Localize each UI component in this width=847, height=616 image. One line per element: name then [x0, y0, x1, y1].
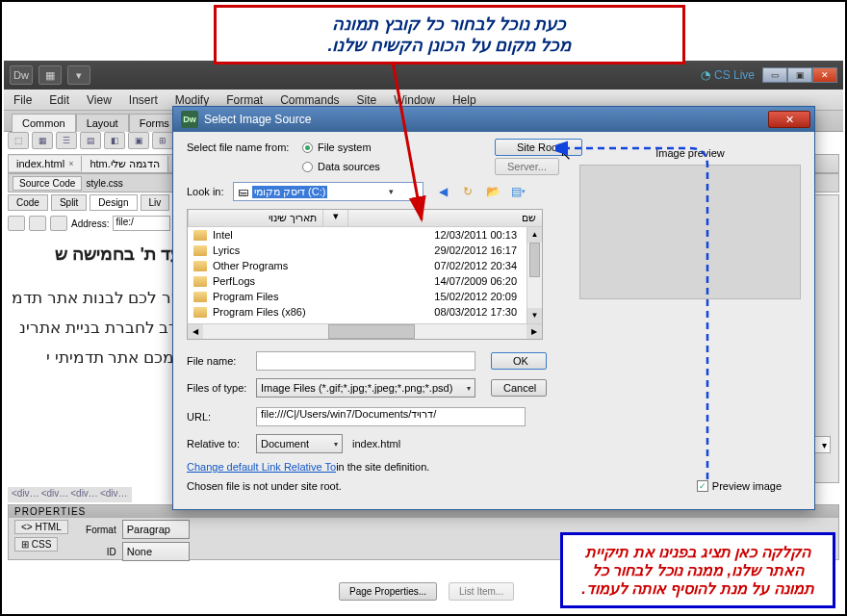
list-item-button: List Item... [449, 582, 514, 601]
insert-icon[interactable]: ⬚ [8, 132, 29, 149]
change-link[interactable]: Change default Link Relative To [187, 461, 336, 473]
forward-icon[interactable] [29, 216, 46, 231]
source-code-button[interactable]: Source Code [13, 176, 82, 191]
horizontal-scrollbar[interactable]: ◀▶ [188, 323, 542, 339]
change-link-tail: in the site definition. [336, 461, 429, 473]
svg-line-0 [393, 62, 422, 219]
file-row: Program Files (x86)08/03/2012 17:30 [188, 304, 542, 320]
menu-commands[interactable]: Commands [280, 93, 339, 107]
relative-file: index.html [352, 438, 400, 449]
look-in-value: (:C) דיסק מקומי [252, 186, 327, 198]
file-row: PerfLogs14/07/2009 06:20 [188, 273, 542, 289]
layout-icon[interactable]: ▦ [38, 65, 62, 85]
url-input[interactable]: file:///C|/Users/win7/Documents/דרויד/ [256, 407, 526, 426]
dw-icon: Dw [181, 111, 198, 128]
file-system-radio[interactable] [302, 142, 313, 153]
view-code-button[interactable]: Code [8, 194, 48, 211]
look-in-label: Look in: [187, 186, 233, 197]
id-label: ID [78, 547, 116, 557]
relative-to-select[interactable]: Document▾ [256, 434, 343, 453]
dropdown-icon[interactable]: ▾ [67, 65, 90, 85]
tab-common[interactable]: Common [12, 114, 76, 132]
menu-help[interactable]: Help [452, 93, 476, 107]
style-css-label[interactable]: style.css [86, 178, 122, 189]
window-close-icon[interactable]: ✕ [812, 67, 837, 83]
vertical-scrollbar[interactable]: ▲▼ [526, 227, 542, 323]
file-list-body[interactable]: Intel12/03/2011 00:13 Lyrics29/02/2012 1… [188, 227, 542, 323]
menu-view[interactable]: View [87, 93, 112, 107]
file-row: Other Programs07/02/2012 20:34 [188, 258, 542, 273]
blue-arrow-icon [555, 137, 767, 502]
css-tab-button[interactable]: ⊞ CSS [14, 537, 58, 552]
view-buttons: Code Split Design Liv [8, 194, 169, 211]
menu-format[interactable]: Format [226, 93, 263, 107]
menu-edit[interactable]: Edit [49, 93, 69, 107]
sysbar-right: ◔CS Live ▭ ▣ ✕ [701, 67, 837, 83]
server-button: Server... [495, 158, 559, 175]
html-tab-button[interactable]: <> HTML [14, 520, 68, 534]
insert-icon[interactable]: ☰ [56, 132, 77, 149]
annotation-top: כעת נוכל לבחור כל קובץ תמונה מכל מקום על… [214, 5, 685, 64]
data-sources-radio[interactable] [302, 162, 313, 172]
sysbar-left: Dw ▦ ▾ [10, 65, 90, 85]
folder-icon [193, 261, 207, 271]
view-menu-icon[interactable]: ▤▾ [508, 183, 527, 200]
ok-button[interactable]: OK [491, 352, 547, 370]
menu-insert[interactable]: Insert [129, 93, 158, 107]
insert-icon-row: ⬚ ▦ ☰ ▤ ◧ ▣ ⊞ ☷ [8, 132, 197, 149]
back-icon[interactable] [8, 216, 25, 231]
bottom-buttons: Page Properties... List Item... [339, 582, 514, 601]
close-icon[interactable]: × [68, 159, 73, 168]
file-row: Program Files15/02/2012 20:09 [188, 289, 542, 304]
file-list: שם ▾ תאריך שינוי Intel12/03/2011 00:13 L… [187, 209, 543, 340]
tag-breadcrumb[interactable]: <div…<div…<div…<div… [8, 487, 132, 502]
annotation-bottom: הקלקה כאן תציג בפנינו את תיקיית האתר שלנ… [560, 532, 835, 608]
chosen-file-warning: Chosen file is not under site root. [187, 480, 342, 492]
address-input[interactable]: file:/ [113, 216, 170, 231]
folder-icon [193, 307, 207, 318]
menu-file[interactable]: File [13, 93, 32, 107]
insert-icon[interactable]: ◧ [104, 132, 125, 149]
up-folder-icon[interactable]: 📂 [483, 183, 502, 200]
dialog-title: Select Image Source [204, 113, 311, 126]
folder-icon [193, 230, 207, 241]
view-design-button[interactable]: Design [90, 194, 137, 211]
dialog-close-button[interactable]: ✕ [768, 111, 810, 128]
window-minimize-icon[interactable]: ▭ [762, 67, 787, 83]
files-of-type-select[interactable]: Image Files (*.gif;*.jpg;*.jpeg;*.png;*.… [256, 378, 475, 398]
file-row: Lyrics29/02/2012 16:17 [188, 243, 542, 258]
tab-layout[interactable]: Layout [76, 114, 129, 132]
menu-modify[interactable]: Modify [175, 93, 209, 107]
dialog-titlebar[interactable]: Dw Select Image Source ✕ [173, 107, 814, 132]
id-select[interactable]: None [122, 542, 190, 561]
home-icon[interactable] [50, 216, 67, 231]
app-logo-icon: Dw [10, 65, 33, 85]
file-name-input[interactable] [256, 351, 475, 371]
insert-icon[interactable]: ⊞ [152, 132, 173, 149]
file-system-label: File system [318, 141, 372, 153]
folder-icon [193, 276, 207, 287]
files-of-type-label: Files of type: [187, 382, 256, 394]
col-name[interactable]: שם [347, 210, 542, 226]
insert-icon[interactable]: ▣ [128, 132, 149, 149]
insert-icon[interactable]: ▤ [80, 132, 101, 149]
file-row: Intel12/03/2011 00:13 [188, 227, 542, 243]
live-button[interactable]: Liv [141, 194, 170, 211]
cs-live[interactable]: ◔CS Live [701, 68, 755, 82]
page-properties-button[interactable]: Page Properties... [339, 582, 437, 601]
refresh-icon[interactable]: ↻ [458, 183, 477, 200]
cancel-button[interactable]: Cancel [491, 379, 547, 397]
col-date[interactable]: תאריך שינוי [188, 210, 322, 226]
data-sources-label: Data sources [318, 161, 380, 172]
format-select[interactable]: Paragrap [122, 520, 190, 539]
view-split-button[interactable]: Split [51, 194, 87, 211]
doc-tab-index[interactable]: index.html× [9, 156, 82, 171]
menu-site[interactable]: Site [357, 93, 377, 107]
url-label: URL: [187, 411, 256, 423]
red-arrow-icon [387, 56, 445, 239]
insert-icon[interactable]: ▦ [32, 132, 53, 149]
relative-to-label: Relative to: [187, 438, 256, 449]
doc-tab-demo[interactable]: htm.הדגמה שלי [82, 156, 167, 172]
window-maximize-icon[interactable]: ▣ [787, 67, 812, 83]
folder-icon [193, 292, 207, 302]
